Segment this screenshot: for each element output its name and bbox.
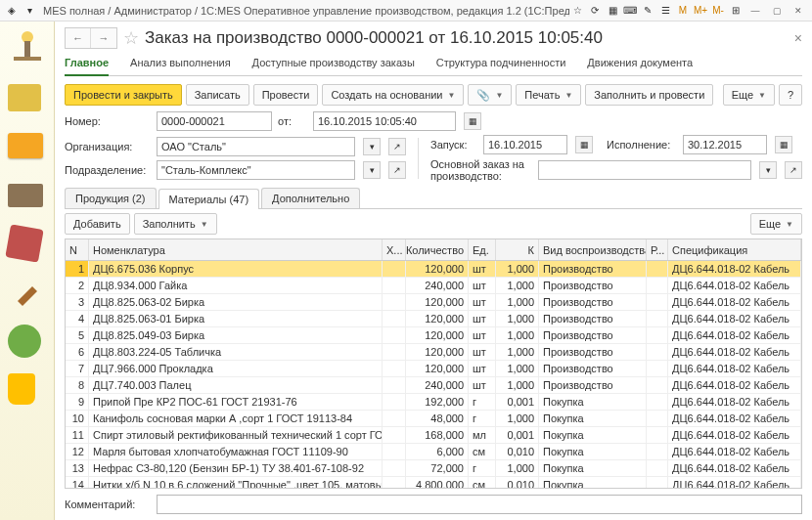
calendar-icon[interactable]: ▦: [775, 136, 792, 153]
subtab-products[interactable]: Продукция (2): [65, 188, 157, 208]
col-n[interactable]: N: [66, 239, 89, 260]
sidebar-item-tools[interactable]: [8, 223, 47, 262]
dropdown-icon[interactable]: ▾: [22, 3, 37, 19]
table-row[interactable]: 5ДЦ8.825.049-03 Бирка120,000шт1,000Произ…: [66, 327, 801, 344]
table-row[interactable]: 2ДЦ8.934.000 Гайка240,000шт1,000Производ…: [66, 278, 801, 294]
col-spec[interactable]: Спецификация: [668, 239, 801, 260]
tb-tool-icon[interactable]: ⟳: [587, 3, 603, 19]
cell-n: 6: [66, 344, 89, 360]
tb-tool-icon[interactable]: ☰: [657, 3, 673, 19]
table-row[interactable]: 3ДЦ8.825.063-02 Бирка120,000шт1,000Произ…: [66, 294, 801, 311]
create-based-button[interactable]: Создать на основании▼: [322, 84, 464, 106]
post-and-close-button[interactable]: Провести и закрыть: [65, 84, 182, 106]
col-x[interactable]: Х...: [383, 239, 406, 260]
cell-x: [383, 411, 406, 426]
exec-date-field[interactable]: 30.12.2015: [683, 135, 767, 154]
nav-forward-button[interactable]: →: [91, 28, 116, 48]
open-icon[interactable]: ↗: [388, 161, 406, 179]
maximize-button[interactable]: ▢: [767, 3, 787, 19]
fill-and-post-button[interactable]: Заполнить и провести: [585, 84, 713, 106]
number-label: Номер:: [65, 115, 151, 127]
cell-r: [647, 444, 668, 459]
number-field[interactable]: 0000-000021: [157, 111, 272, 131]
post-button[interactable]: Провести: [253, 84, 319, 106]
dept-field[interactable]: "Сталь-Комплекс": [157, 160, 355, 180]
col-nomenclature[interactable]: Номенклатура: [89, 239, 383, 260]
sidebar-item-database[interactable]: [8, 369, 47, 409]
open-icon[interactable]: ↗: [388, 138, 406, 155]
cell-nomenclature: ДЦ8.934.000 Гайка: [89, 278, 383, 293]
grid-more-button[interactable]: Еще▼: [750, 213, 802, 235]
tb-tool-icon[interactable]: ⊞: [728, 3, 744, 19]
sidebar-item-wrench[interactable]: [8, 272, 47, 311]
tab-movements[interactable]: Движения документа: [587, 53, 693, 75]
tb-mplus-button[interactable]: M+: [693, 3, 708, 19]
col-quantity[interactable]: Количество: [406, 239, 469, 260]
nav-back-button[interactable]: ←: [66, 28, 91, 48]
calendar-icon[interactable]: ▦: [575, 136, 593, 153]
tab-structure[interactable]: Структура подчиненности: [436, 53, 566, 75]
cell-spec: ДЦ6.644.018-02 Кабель: [668, 460, 801, 476]
table-row[interactable]: 12Марля бытовая хлопчатобумажная ГОСТ 11…: [66, 444, 801, 460]
sidebar-item-box[interactable]: [8, 125, 47, 164]
start-date-field[interactable]: 16.10.2015: [483, 135, 567, 154]
select-icon[interactable]: ▾: [759, 161, 777, 179]
grid-body[interactable]: 1ДЦ6.675.036 Корпус120,000шт1,000Произво…: [66, 261, 801, 488]
select-icon[interactable]: ▾: [363, 138, 381, 155]
table-row[interactable]: 6ДЦ8.803.224-05 Табличка120,000шт1,000Пр…: [66, 344, 801, 361]
col-r[interactable]: Р...: [647, 239, 668, 260]
col-reproduction[interactable]: Вид воспроизводства: [539, 239, 647, 260]
fill-button[interactable]: Заполнить▼: [134, 213, 217, 235]
cell-n: 1: [66, 261, 89, 277]
sidebar-item-cycle[interactable]: [8, 321, 47, 360]
close-button[interactable]: ✕: [789, 3, 808, 19]
comment-field[interactable]: [157, 495, 802, 514]
sidebar-item-folders[interactable]: [8, 76, 47, 115]
cell-unit: шт: [469, 311, 496, 326]
table-row[interactable]: 11Спирт этиловый ректификованный техниче…: [66, 427, 801, 444]
close-document-button[interactable]: ×: [794, 30, 802, 46]
table-row[interactable]: 14Нитки х/б N 10 в 6 сложений "Прочные" …: [66, 477, 801, 488]
add-row-button[interactable]: Добавить: [65, 213, 130, 235]
table-row[interactable]: 10Канифоль сосновая марки А ,сорт 1 ГОСТ…: [66, 411, 801, 427]
more-button[interactable]: Еще▼: [723, 84, 775, 106]
attachment-button[interactable]: 📎▼: [468, 84, 512, 106]
table-row[interactable]: 8ДЦ7.740.003 Палец240,000шт1,000Производ…: [66, 377, 801, 394]
sidebar-item-desk[interactable]: [8, 27, 47, 66]
subtab-materials[interactable]: Материалы (47): [158, 189, 260, 209]
table-row[interactable]: 4ДЦ8.825.063-01 Бирка120,000шт1,000Произ…: [66, 311, 801, 327]
save-button[interactable]: Записать: [186, 84, 249, 106]
tb-m-button[interactable]: M: [675, 3, 691, 19]
org-field[interactable]: ОАО "Сталь": [157, 137, 355, 156]
sidebar-item-truck[interactable]: [8, 174, 47, 213]
tb-tool-icon[interactable]: ▦: [605, 3, 620, 19]
cell-nomenclature: ДЦ8.803.224-05 Табличка: [89, 344, 383, 360]
tb-tool-icon[interactable]: ☆: [569, 3, 585, 19]
table-row[interactable]: 1ДЦ6.675.036 Корпус120,000шт1,000Произво…: [66, 261, 801, 278]
tb-tool-icon[interactable]: ⌨: [622, 3, 638, 19]
open-icon[interactable]: ↗: [785, 161, 802, 179]
base-order-field[interactable]: [538, 160, 751, 180]
favorite-star-icon[interactable]: ☆: [123, 27, 139, 49]
table-row[interactable]: 9Припой Пре КР2 ПОС-61 ГОСТ 21931-76192,…: [66, 394, 801, 411]
help-button[interactable]: ?: [779, 84, 802, 106]
tb-mminus-button[interactable]: M-: [710, 3, 726, 19]
table-row[interactable]: 7ДЦ7.966.000 Прокладка120,000шт1,000Прои…: [66, 361, 801, 377]
col-coeff[interactable]: К: [496, 239, 539, 260]
cell-unit: шт: [469, 294, 496, 310]
col-unit[interactable]: Ед.: [469, 239, 496, 260]
minimize-button[interactable]: —: [745, 3, 765, 19]
tab-available-orders[interactable]: Доступные производству заказы: [252, 53, 415, 75]
cell-unit: шт: [469, 261, 496, 277]
print-button[interactable]: Печать▼: [516, 84, 581, 106]
tb-tool-icon[interactable]: ✎: [640, 3, 655, 19]
calendar-icon[interactable]: ▦: [464, 112, 481, 130]
document-toolbar: Провести и закрыть Записать Провести Соз…: [65, 80, 802, 109]
from-date-field[interactable]: 16.10.2015 10:05:40: [313, 111, 456, 131]
cell-nomenclature: ДЦ8.825.063-01 Бирка: [89, 311, 383, 326]
tab-main[interactable]: Главное: [65, 53, 109, 76]
table-row[interactable]: 13Нефрас С3-80,120 (Бензин БР-1) ТУ 38.4…: [66, 460, 801, 477]
subtab-additional[interactable]: Дополнительно: [261, 188, 360, 208]
tab-analysis[interactable]: Анализ выполнения: [130, 53, 231, 75]
select-icon[interactable]: ▾: [363, 161, 381, 179]
